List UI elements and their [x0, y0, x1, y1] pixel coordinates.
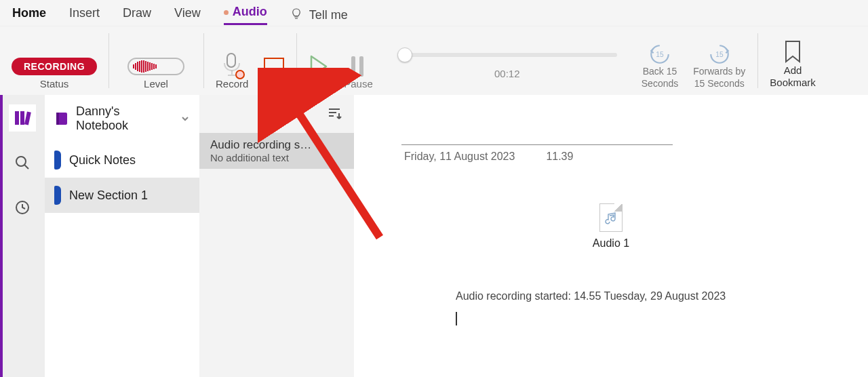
notebook-name: Danny's Notebook — [76, 104, 171, 133]
tab-insert[interactable]: Insert — [69, 6, 100, 24]
section-color-tab — [54, 151, 61, 170]
stop-label: Stop — [263, 78, 284, 90]
text-cursor — [456, 312, 457, 325]
seek-slider[interactable] — [397, 53, 617, 57]
svg-point-10 — [16, 157, 26, 166]
tell-me-label: Tell me — [309, 8, 348, 22]
tab-home[interactable]: Home — [12, 6, 46, 24]
group-record-stop: Record Stop — [203, 26, 296, 95]
pause-icon — [349, 55, 367, 78]
record-label: Record — [216, 78, 248, 90]
play-label: Play — [309, 78, 329, 90]
forward-15-label-2: 15 Seconds — [694, 78, 745, 90]
forward-15-icon: 15 — [708, 43, 731, 66]
notebook-icon — [54, 111, 69, 126]
level-meter — [127, 58, 184, 75]
stop-button[interactable]: Stop — [263, 58, 284, 90]
recording-status-pill: RECORDING — [12, 58, 97, 75]
svg-rect-0 — [227, 54, 235, 67]
section-color-tab — [54, 186, 61, 205]
stop-icon — [264, 58, 284, 78]
back-15-icon: 15 — [648, 43, 671, 66]
play-icon — [309, 55, 329, 78]
section-item[interactable]: Quick Notes — [45, 142, 199, 178]
record-indicator-dot — [224, 10, 229, 15]
clock-icon — [14, 199, 31, 216]
recent-rail-button[interactable] — [9, 194, 36, 221]
page-title-input[interactable] — [401, 129, 673, 145]
app-body: Danny's Notebook Quick Notes New Section… — [0, 95, 868, 377]
page-time: 11.39 — [546, 151, 573, 163]
level-group-label: Level — [144, 78, 168, 90]
svg-rect-7 — [15, 111, 19, 125]
search-rail-button[interactable] — [9, 149, 36, 176]
back-15-label-1: Back 15 — [643, 66, 677, 78]
status-group-label: Status — [40, 78, 69, 90]
tab-audio[interactable]: Audio — [224, 5, 267, 25]
audio-attachment[interactable] — [599, 203, 623, 232]
search-icon — [14, 155, 31, 171]
svg-rect-8 — [20, 111, 24, 125]
audio-attachment-name: Audio 1 — [570, 237, 652, 250]
bookmark-icon — [783, 40, 802, 64]
microphone-icon — [222, 52, 242, 78]
page-date: Friday, 11 August 2023 — [404, 151, 515, 163]
svg-rect-13 — [56, 113, 59, 125]
music-note-icon — [605, 212, 618, 226]
page-list-item[interactable]: Audio recording s… No additional text — [199, 133, 354, 169]
section-item[interactable]: New Section 1 — [45, 178, 199, 213]
bookmark-label-2: Bookmark — [770, 77, 816, 90]
nav-rail — [0, 95, 45, 377]
play-button[interactable]: Play — [309, 55, 329, 90]
lightbulb-icon — [290, 7, 302, 22]
page-subtitle: No additional text — [210, 152, 343, 163]
tab-draw[interactable]: Draw — [123, 6, 151, 24]
tab-view[interactable]: View — [174, 6, 201, 24]
forward-15-button[interactable]: 15 Forwards by 15 Seconds — [693, 43, 745, 90]
back-15-label-2: Seconds — [642, 78, 678, 90]
group-play-pause: Play Pause — [296, 26, 385, 95]
back-15-button[interactable]: 15 Back 15 Seconds — [642, 43, 678, 90]
menu-tabbar: Home Insert Draw View Audio Tell me — [0, 0, 868, 26]
pause-label: Pause — [344, 78, 373, 90]
svg-text:15: 15 — [715, 51, 724, 58]
notebooks-rail-button[interactable] — [9, 104, 36, 132]
audio-started-text: Audio recording started: 14.55 Tuesday, … — [456, 290, 834, 302]
svg-rect-1 — [351, 56, 355, 77]
sort-icon[interactable] — [327, 106, 342, 121]
sections-panel: Danny's Notebook Quick Notes New Section… — [45, 95, 199, 377]
pause-button[interactable]: Pause — [344, 55, 373, 90]
seek-thumb[interactable] — [397, 47, 412, 62]
svg-rect-9 — [24, 112, 31, 125]
notebooks-icon — [14, 109, 31, 127]
svg-text:15: 15 — [656, 51, 664, 58]
add-bookmark-button[interactable]: Add Bookmark — [770, 37, 816, 90]
page-title: Audio recording s… — [210, 138, 343, 152]
notebook-selector[interactable]: Danny's Notebook — [45, 95, 199, 142]
group-skip: 15 Back 15 Seconds 15 Forwards by 15 Sec… — [629, 26, 758, 95]
pages-panel: Audio recording s… No additional text — [199, 95, 354, 377]
bookmark-label-1: Add — [784, 64, 802, 77]
forward-15-label-1: Forwards by — [693, 66, 745, 78]
section-label: New Section 1 — [69, 188, 148, 203]
record-button[interactable]: Record — [216, 52, 248, 90]
playback-time: 00:12 — [397, 68, 617, 79]
group-seek: 00:12 — [385, 26, 629, 95]
audio-ribbon: RECORDING Status Level Record Stop — [0, 26, 868, 95]
section-label: Quick Notes — [69, 153, 136, 167]
group-bookmark: Add Bookmark — [757, 26, 828, 95]
tell-me-search[interactable]: Tell me — [290, 7, 348, 22]
svg-rect-2 — [359, 56, 363, 77]
note-canvas[interactable]: Friday, 11 August 2023 11.39 Audio 1 Aud… — [354, 95, 868, 377]
group-status: RECORDING Status — [0, 26, 108, 95]
group-level: Level — [108, 26, 203, 95]
chevron-down-icon — [180, 114, 190, 123]
